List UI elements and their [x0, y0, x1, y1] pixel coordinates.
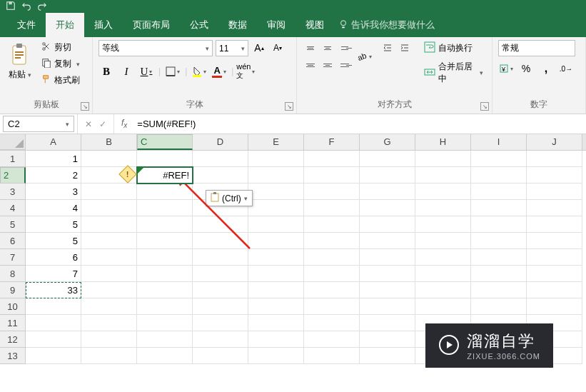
cell-D11[interactable] — [193, 315, 248, 331]
increase-indent-icon[interactable] — [397, 40, 413, 56]
format-painter-button[interactable]: 格式刷 — [39, 73, 83, 88]
cell-I1[interactable] — [471, 151, 527, 167]
cell-G7[interactable] — [360, 249, 415, 266]
cell-B10[interactable] — [81, 298, 137, 315]
fill-color-button[interactable] — [191, 64, 207, 79]
underline-button[interactable]: U — [138, 64, 154, 79]
cell-I4[interactable] — [471, 200, 527, 216]
italic-button[interactable]: I — [118, 64, 134, 79]
cell-G11[interactable] — [360, 315, 415, 331]
col-header-I[interactable]: I — [471, 134, 527, 150]
cell-A5[interactable]: 5 — [26, 216, 81, 233]
cell-E6[interactable] — [248, 233, 304, 249]
paste-options-smarttag[interactable]: (Ctrl) ▾ — [206, 190, 253, 206]
cell-J5[interactable] — [527, 216, 582, 233]
cancel-formula-icon[interactable]: ✕ — [85, 119, 92, 129]
merge-center-button[interactable]: 合并后居中 — [421, 59, 486, 86]
cell-H5[interactable] — [415, 216, 471, 233]
cell-F10[interactable] — [304, 298, 360, 315]
paste-button[interactable]: 粘贴 — [6, 40, 34, 84]
cell-F12[interactable] — [304, 331, 360, 348]
phonetic-button[interactable]: wén文 — [238, 64, 253, 79]
cell-E4[interactable] — [248, 200, 304, 216]
cell-I6[interactable] — [471, 233, 527, 249]
cell-G10[interactable] — [360, 298, 415, 315]
tab-formula[interactable]: 公式 — [180, 13, 218, 37]
row-header-9[interactable]: 9 — [0, 282, 26, 298]
fx-icon[interactable]: fx — [114, 118, 134, 129]
cell-J6[interactable] — [527, 233, 582, 249]
cell-J8[interactable] — [527, 266, 582, 282]
cell-E5[interactable] — [248, 216, 304, 233]
cell-H2[interactable] — [415, 167, 471, 184]
row-header-4[interactable]: 4 — [0, 200, 26, 216]
enter-formula-icon[interactable]: ✓ — [99, 119, 106, 129]
cell-A7[interactable]: 6 — [26, 249, 81, 266]
font-color-button[interactable]: A — [211, 64, 227, 79]
cell-E8[interactable] — [248, 266, 304, 282]
cell-A10[interactable] — [26, 298, 81, 315]
cell-F6[interactable] — [304, 233, 360, 249]
cell-E9[interactable] — [248, 282, 304, 298]
cell-A1[interactable]: 1 — [26, 151, 81, 167]
cell-B8[interactable] — [81, 266, 137, 282]
cell-F5[interactable] — [304, 216, 360, 233]
undo-icon[interactable] — [21, 1, 31, 13]
increase-font-icon[interactable]: A▴ — [251, 40, 267, 56]
cell-C4[interactable] — [137, 200, 193, 216]
cell-A6[interactable]: 5 — [26, 233, 81, 249]
cell-C1[interactable] — [137, 151, 193, 167]
cell-D2[interactable] — [193, 167, 248, 184]
cell-J10[interactable] — [527, 298, 582, 315]
cell-F1[interactable] — [304, 151, 360, 167]
copy-button[interactable]: 复制 — [39, 56, 83, 71]
cell-D10[interactable] — [193, 298, 248, 315]
cell-I10[interactable] — [471, 298, 527, 315]
col-header-G[interactable]: G — [360, 134, 415, 150]
orientation-button[interactable]: ab — [357, 49, 373, 64]
col-header-A[interactable]: A — [26, 134, 81, 150]
align-launcher[interactable]: ↘ — [480, 102, 489, 111]
cell-H1[interactable] — [415, 151, 471, 167]
cell-A12[interactable] — [26, 331, 81, 348]
col-header-H[interactable]: H — [415, 134, 471, 150]
cell-C13[interactable] — [137, 348, 193, 364]
cell-J4[interactable] — [527, 200, 582, 216]
cell-C2[interactable]: #REF!! — [137, 167, 193, 184]
cell-G12[interactable] — [360, 331, 415, 348]
percent-icon[interactable]: % — [518, 61, 534, 76]
cell-E11[interactable] — [248, 315, 304, 331]
cell-E2[interactable] — [248, 167, 304, 184]
wrap-text-button[interactable]: 自动换行 — [421, 40, 486, 56]
decrease-indent-icon[interactable] — [380, 40, 395, 56]
tab-insert[interactable]: 插入 — [84, 13, 123, 37]
cell-F8[interactable] — [304, 266, 360, 282]
cell-D1[interactable] — [193, 151, 248, 167]
cell-G6[interactable] — [360, 233, 415, 249]
col-header-F[interactable]: F — [304, 134, 360, 150]
cell-D5[interactable] — [193, 216, 248, 233]
cell-F13[interactable] — [304, 348, 360, 364]
cell-C3[interactable] — [137, 184, 193, 200]
align-top-center[interactable] — [320, 40, 335, 56]
cell-H8[interactable] — [415, 266, 471, 282]
cell-C8[interactable] — [137, 266, 193, 282]
cell-J3[interactable] — [527, 184, 582, 200]
font-size-select[interactable]: 11▾ — [216, 40, 248, 56]
cell-C9[interactable] — [137, 282, 193, 298]
align-right[interactable] — [337, 57, 353, 73]
cell-B9[interactable] — [81, 282, 137, 298]
cell-G5[interactable] — [360, 216, 415, 233]
cell-G1[interactable] — [360, 151, 415, 167]
cell-C6[interactable] — [137, 233, 193, 249]
cell-A9[interactable]: 33 — [26, 282, 81, 298]
cell-I5[interactable] — [471, 216, 527, 233]
cell-H6[interactable] — [415, 233, 471, 249]
col-header-J[interactable]: J — [527, 134, 582, 150]
cell-B13[interactable] — [81, 348, 137, 364]
cell-E13[interactable] — [248, 348, 304, 364]
cell-H9[interactable] — [415, 282, 471, 298]
cell-G8[interactable] — [360, 266, 415, 282]
cell-F11[interactable] — [304, 315, 360, 331]
cell-A4[interactable]: 4 — [26, 200, 81, 216]
